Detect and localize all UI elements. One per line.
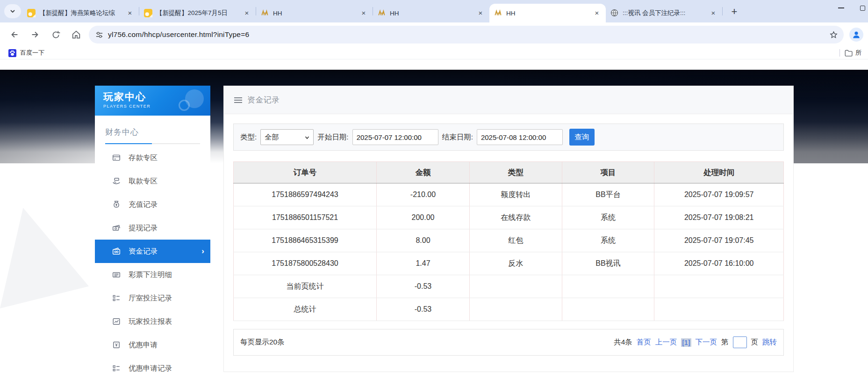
cell-empty [562,275,654,298]
table-row-page-total: 当前页统计 -0.53 [234,275,784,298]
browser-tab[interactable]: :::视讯 会员下注纪录::: × [606,4,722,22]
moneybag-icon [112,200,121,209]
type-select[interactable]: 全部 [260,129,314,145]
cell-project: BB视讯 [562,252,654,275]
home-button[interactable] [68,27,84,43]
table-header-row: 订单号 金额 类型 项目 处理时间 [234,162,784,183]
cell-amount: 8.00 [377,229,470,252]
sidebar-item-hall-bet-record[interactable]: 厅室投注记录 [95,286,210,310]
chevron-down-icon [9,8,16,15]
next-page-link[interactable]: 下一页 [696,337,717,347]
site-info-icon[interactable] [95,31,103,39]
cell-project: 系统 [562,229,654,252]
globe-icon [610,9,619,17]
sidebar-item-player-bet-report[interactable]: 玩家投注报表 [95,310,210,333]
sidebar-section-underline [105,143,200,144]
gold-logo-icon [494,9,502,17]
sidebar-item-withdraw-record[interactable]: 提现记录 [95,216,210,240]
browser-tab[interactable]: HH × [373,4,489,22]
ticket-icon [112,270,121,279]
cell-project: BB平台 [562,183,654,206]
browser-tab[interactable]: 【新提醒】海燕策略论坛综 × [22,4,139,22]
jump-link[interactable]: 跳转 [762,337,777,347]
browser-toolbar: yl756.com/hhcp/usercenter.html?iniType=6 [0,22,868,47]
page-content: 玩家中心 PLAYERS CENTER 财务中心 存款专区 取款专区 充值记录 … [0,59,868,380]
cell-amount: 200.00 [377,206,470,229]
bookmark-label: 百度一下 [20,49,44,57]
url-text[interactable]: yl756.com/hhcp/usercenter.html?iniType=6 [108,30,825,39]
sidebar-item-promo-apply-record[interactable]: 优惠申请记录 [95,357,210,380]
jump-prefix-text: 第 [721,337,729,347]
all-bookmarks-folder[interactable]: 所 [845,49,864,57]
forward-button[interactable] [27,27,43,43]
table-row: 1751886501157521 200.00 在线存款 系统 2025-07-… [234,206,784,229]
menu-hamburger-icon[interactable] [234,97,242,103]
sidebar-item-promo-apply[interactable]: 优惠申请 [95,333,210,357]
browser-tab[interactable]: 【新提醒】2025年7月5日 × [139,4,256,22]
window-restore-button[interactable] [860,6,865,11]
end-date-label: 结束日期: [442,132,473,142]
current-page-indicator[interactable]: [1] [681,338,691,347]
tab-close-icon[interactable]: × [593,9,601,17]
cell-order-id: 1751886501157521 [234,206,377,229]
sidebar-item-label: 存款专区 [129,153,158,163]
tab-close-icon[interactable]: × [476,9,485,17]
back-button[interactable] [7,27,22,43]
browser-tab-active[interactable]: HH × [489,4,606,22]
cell-label: 总统计 [234,298,377,321]
sidebar-item-lottery-bet-detail[interactable]: 彩票下注明细 [95,263,210,286]
prev-page-link[interactable]: 上一页 [655,337,677,347]
hall-list-icon [112,294,121,302]
sidebar-subtitle: PLAYERS CENTER [103,104,210,109]
page-title: 资金记录 [247,95,280,105]
cell-type: 额度转出 [469,183,562,206]
tab-close-icon[interactable]: × [709,9,717,17]
sidebar-item-label: 提现记录 [129,223,158,233]
yellow-note-icon [27,9,36,17]
jump-suffix-text: 页 [751,337,759,347]
bookmarks-bar: 百度一下 所 [0,47,868,59]
start-date-input[interactable] [352,129,438,145]
deposit-card-icon [112,153,121,162]
window-minimize-button[interactable] [838,7,844,8]
cell-amount: -0.53 [377,298,470,321]
tab-close-icon[interactable]: × [359,9,368,17]
pagination-bar: 每页显示20条 共4条 首页 上一页 [1] 下一页 第 页 跳转 [233,329,784,356]
tab-close-icon[interactable]: × [126,9,134,17]
table-row: 1751886465315399 8.00 红包 系统 2025-07-07 1… [234,229,784,252]
bookmark-star-icon[interactable] [829,30,838,39]
sidebar-item-recharge-record[interactable]: 充值记录 [95,193,210,216]
tab-title: HH [273,10,356,17]
cell-empty [469,298,562,321]
tab-search-button[interactable] [4,4,21,18]
reload-button[interactable] [48,27,64,43]
cell-process-time: 2025-07-07 19:08:21 [654,206,784,229]
type-filter-label: 类型: [240,132,257,142]
wallet-icon [112,247,121,256]
new-tab-button[interactable]: + [728,6,740,18]
tab-close-icon[interactable]: × [243,9,251,17]
query-button[interactable]: 查询 [569,129,595,146]
table-row-grand-total: 总统计 -0.53 [234,298,784,321]
sidebar-item-deposit[interactable]: 存款专区 [95,146,210,169]
coupon-icon [112,341,121,349]
cell-amount: -0.53 [377,275,470,298]
bookmark-baidu[interactable]: 百度一下 [8,49,44,57]
sidebar-item-withdraw[interactable]: 取款专区 [95,169,210,193]
end-date-input[interactable] [477,129,563,145]
gold-logo-icon [261,9,269,17]
withdraw-hand-icon [112,177,121,185]
browser-tab[interactable]: HH × [256,4,373,22]
cell-type: 红包 [469,229,562,252]
sidebar-item-label: 优惠申请记录 [129,364,172,373]
table-row: 1751886597494243 -210.00 额度转出 BB平台 2025-… [234,183,784,206]
cell-amount: -210.00 [377,183,470,206]
sidebar-item-funds-record[interactable]: 资金记录 › [95,240,210,263]
page-size-text: 每页显示20条 [240,337,285,347]
page-jump-input[interactable] [733,336,747,348]
browser-profile-avatar[interactable] [849,28,863,42]
address-bar[interactable]: yl756.com/hhcp/usercenter.html?iniType=6 [89,26,844,44]
first-page-link[interactable]: 首页 [637,337,651,347]
tab-separator [722,7,723,15]
background-wedge-shape [0,208,89,308]
